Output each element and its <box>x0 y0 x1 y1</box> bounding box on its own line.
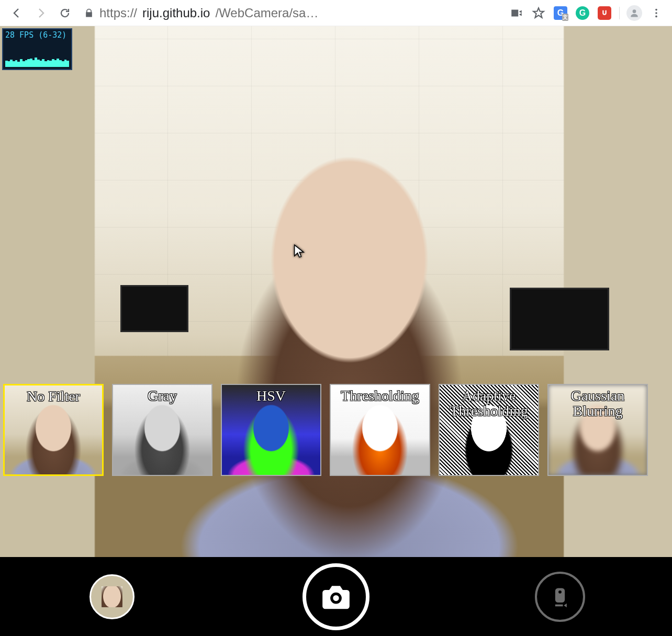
profile-icon <box>626 5 642 21</box>
translate-extension-icon: G <box>554 6 567 20</box>
svg-point-7 <box>558 590 562 594</box>
filter-label: No Filter <box>5 389 102 404</box>
svg-rect-6 <box>555 588 565 603</box>
background-monitor <box>510 288 609 350</box>
filter-label: Thresholding <box>331 388 429 403</box>
svg-point-5 <box>333 595 339 601</box>
switch-camera-button[interactable] <box>535 572 585 622</box>
forward-button[interactable] <box>30 3 51 24</box>
svg-point-0 <box>633 9 636 13</box>
lock-icon <box>84 8 94 18</box>
ublock-extension-button[interactable] <box>595 4 614 22</box>
forward-icon <box>35 7 47 19</box>
filter-no-filter[interactable]: No Filter <box>3 384 104 476</box>
grammarly-extension-icon: G <box>576 6 589 20</box>
back-button[interactable] <box>6 3 27 24</box>
camera-indicator-button[interactable] <box>507 4 526 22</box>
svg-point-2 <box>655 12 657 14</box>
filter-strip: No Filter Gray HSV Thresholding Adaptive… <box>3 384 669 476</box>
filter-label: HSV <box>222 388 320 403</box>
background-monitor <box>120 285 188 332</box>
filter-label: Gaussian Blurring <box>548 388 647 419</box>
fps-graph <box>5 55 69 67</box>
webcam-app: 28 FPS (6-32) No Filter Gray HSV <box>0 26 672 636</box>
fps-widget: 28 FPS (6-32) <box>2 28 72 70</box>
kebab-menu-icon <box>651 7 662 19</box>
video-preview: 28 FPS (6-32) No Filter Gray HSV <box>0 26 672 557</box>
camera-icon <box>320 581 352 613</box>
filter-gaussian-blurring[interactable]: Gaussian Blurring <box>547 384 648 476</box>
svg-point-1 <box>655 8 657 10</box>
reload-button[interactable] <box>54 3 75 24</box>
gallery-button[interactable] <box>89 574 135 619</box>
url-path: /WebCamera/sa… <box>215 6 318 20</box>
ublock-extension-icon <box>598 6 611 20</box>
shutter-button[interactable] <box>303 563 369 630</box>
chrome-menu-button[interactable] <box>647 4 666 22</box>
bookmark-button[interactable] <box>529 4 548 22</box>
back-icon <box>10 7 23 19</box>
fps-text: 28 FPS (6-32) <box>3 29 71 41</box>
browser-toolbar: https://riju.github.io/WebCamera/sa… G G <box>0 0 672 26</box>
star-icon <box>532 6 545 20</box>
url-scheme: https:// <box>99 6 137 20</box>
gallery-thumb <box>102 586 122 607</box>
switch-camera-icon <box>548 585 572 608</box>
camera-indicator-icon <box>510 6 523 20</box>
translate-extension-button[interactable]: G <box>551 4 570 22</box>
cursor-icon <box>292 244 307 260</box>
filter-hsv[interactable]: HSV <box>221 384 321 476</box>
grammarly-extension-button[interactable]: G <box>573 4 592 22</box>
svg-point-3 <box>655 15 657 17</box>
filter-thresholding[interactable]: Thresholding <box>330 384 430 476</box>
address-bar[interactable]: https://riju.github.io/WebCamera/sa… <box>79 6 504 20</box>
filter-adaptive-thresholding[interactable]: Adaptive Thresholding <box>439 384 539 476</box>
profile-button[interactable] <box>625 4 644 22</box>
url-host: riju.github.io <box>142 6 210 20</box>
camera-controls <box>0 558 672 636</box>
filter-label: Adaptive Thresholding <box>440 388 538 419</box>
filter-label: Gray <box>113 388 211 403</box>
reload-icon <box>59 7 71 19</box>
toolbar-divider <box>619 7 620 19</box>
filter-gray[interactable]: Gray <box>112 384 212 476</box>
